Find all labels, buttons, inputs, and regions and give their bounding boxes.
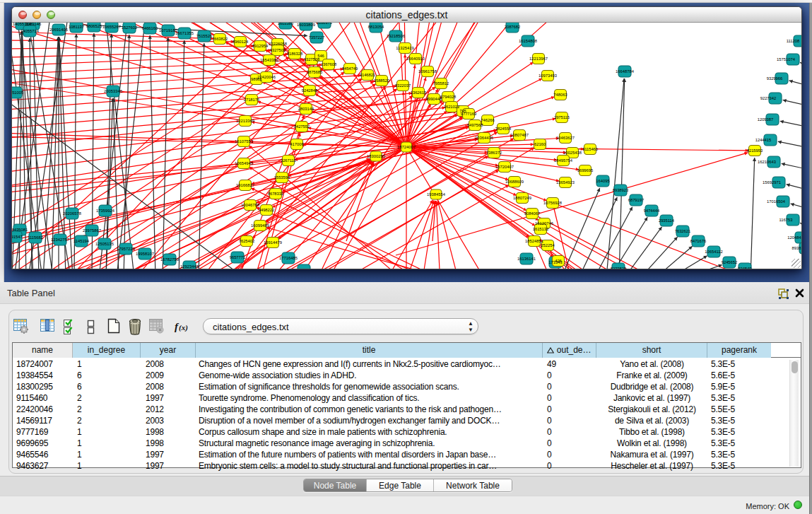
svg-text:748063: 748063 [553, 93, 567, 97]
svg-text:1209387: 1209387 [758, 117, 774, 122]
svg-text:12213967: 12213967 [529, 57, 548, 61]
svg-text:18300295: 18300295 [367, 154, 385, 158]
svg-text:12342757: 12342757 [51, 238, 69, 242]
svg-text:7632621: 7632621 [675, 229, 691, 233]
svg-text:944556: 944556 [297, 268, 310, 269]
svg-text:8233829: 8233829 [611, 267, 627, 269]
svg-text:10025438: 10025438 [563, 151, 582, 155]
svg-text:6466160: 6466160 [142, 26, 158, 30]
svg-text:23975867: 23975867 [83, 228, 101, 233]
svg-text:252254: 252254 [541, 243, 555, 247]
svg-text:1081137: 1081137 [69, 25, 84, 29]
svg-text:19218506: 19218506 [387, 34, 405, 38]
svg-text:7515526: 7515526 [196, 34, 213, 38]
svg-text:2718176: 2718176 [244, 98, 260, 102]
svg-text:18724007: 18724007 [397, 145, 416, 149]
svg-text:15720407: 15720407 [495, 165, 514, 169]
svg-text:12505135: 12505135 [95, 242, 114, 246]
svg-text:17716485: 17716485 [279, 256, 298, 260]
svg-text:8912954: 8912954 [252, 44, 269, 48]
svg-text:14055714: 14055714 [20, 29, 40, 33]
svg-text:546: 546 [317, 54, 324, 58]
svg-text:2087682: 2087682 [505, 25, 521, 29]
svg-text:6794028: 6794028 [440, 95, 457, 99]
svg-text:8678332: 8678332 [268, 192, 284, 196]
svg-text:3824554: 3824554 [495, 127, 512, 131]
svg-text:111208: 111208 [787, 39, 799, 43]
svg-text:20053346: 20053346 [104, 89, 122, 93]
svg-text:19958107: 19958107 [136, 252, 154, 256]
svg-text:16120746: 16120746 [535, 221, 553, 226]
svg-text:19166827: 19166827 [236, 183, 254, 187]
svg-text:7663822: 7663822 [212, 37, 228, 41]
svg-text:1362615: 1362615 [411, 90, 427, 95]
svg-text:10463627: 10463627 [556, 136, 575, 140]
svg-text:9806525: 9806525 [86, 24, 102, 28]
svg-text:2975115: 2975115 [554, 115, 570, 119]
svg-text:8215953: 8215953 [747, 148, 763, 153]
svg-text:426: 426 [555, 259, 562, 263]
svg-text:9498222: 9498222 [259, 208, 275, 212]
svg-text:1603380: 1603380 [278, 23, 294, 25]
svg-text:16671355: 16671355 [175, 31, 194, 35]
svg-text:746266: 746266 [481, 118, 494, 122]
svg-text:18495754: 18495754 [554, 158, 573, 163]
svg-text:2935114: 2935114 [659, 218, 675, 223]
svg-text:6497568: 6497568 [467, 123, 483, 127]
svg-text:10654945: 10654945 [235, 161, 253, 165]
svg-text:2367608: 2367608 [321, 62, 337, 66]
svg-text:17016504: 17016504 [767, 199, 786, 204]
svg-text:8435081: 8435081 [12, 228, 28, 232]
svg-text:62160: 62160 [534, 142, 546, 146]
svg-text:9657771: 9657771 [230, 255, 246, 259]
svg-text:16033809: 16033809 [297, 23, 315, 27]
svg-text:22420046: 22420046 [257, 75, 276, 79]
svg-text:10756928: 10756928 [543, 201, 562, 205]
svg-text:9474444: 9474444 [644, 209, 660, 213]
svg-text:16136141: 16136141 [517, 257, 536, 261]
svg-text:164095: 164095 [596, 179, 609, 183]
svg-text:7625402: 7625402 [239, 239, 255, 243]
svg-text:1615132: 1615132 [533, 227, 549, 231]
svg-text:1553594: 1553594 [274, 175, 290, 180]
svg-text:10654112: 10654112 [705, 250, 722, 254]
svg-text:8322037: 8322037 [395, 83, 411, 88]
svg-text:9699695: 9699695 [577, 168, 594, 173]
svg-text:(x): (x) [179, 323, 188, 332]
svg-text:16154808: 16154808 [519, 39, 537, 43]
svg-text:9327503: 9327503 [270, 48, 286, 52]
svg-text:13654923: 13654923 [556, 180, 575, 185]
svg-text:6879197: 6879197 [628, 198, 645, 202]
svg-text:3267110: 3267110 [281, 158, 296, 163]
svg-text:7386372: 7386372 [486, 151, 502, 155]
svg-text:20364436: 20364436 [475, 136, 493, 140]
svg-text:16099489: 16099489 [251, 223, 269, 228]
svg-text:10688609: 10688609 [505, 180, 524, 184]
svg-text:20691406: 20691406 [49, 28, 68, 32]
svg-text:120484: 120484 [787, 235, 801, 240]
svg-text:7955812: 7955812 [433, 81, 449, 86]
svg-text:9115460: 9115460 [582, 147, 598, 151]
svg-text:9084067: 9084067 [524, 211, 541, 216]
svg-text:8938923: 8938923 [613, 188, 629, 192]
svg-text:20206578: 20206578 [63, 211, 81, 216]
svg-text:10719185: 10719185 [159, 28, 177, 33]
svg-text:15692971: 15692971 [763, 180, 781, 185]
svg-text:9329966: 9329966 [767, 76, 783, 81]
svg-text:2089146: 2089146 [25, 23, 42, 26]
svg-text:16107553: 16107553 [235, 139, 253, 144]
svg-text:17957225: 17957225 [117, 247, 135, 251]
svg-text:8100371: 8100371 [317, 23, 333, 25]
svg-text:1145194: 1145194 [73, 239, 90, 243]
svg-text:12213369: 12213369 [236, 119, 254, 123]
svg-text:8454749: 8454749 [342, 66, 358, 71]
svg-text:11325419: 11325419 [396, 46, 413, 50]
svg-text:10973493: 10973493 [539, 74, 557, 78]
svg-text:391547: 391547 [12, 235, 23, 239]
svg-text:16543382: 16543382 [260, 58, 278, 62]
svg-text:893811: 893811 [792, 246, 802, 250]
svg-text:116753: 116753 [779, 218, 793, 222]
svg-text:12923448: 12923448 [180, 264, 199, 269]
svg-text:8960124: 8960124 [233, 40, 249, 44]
svg-text:10046788: 10046788 [241, 203, 259, 207]
